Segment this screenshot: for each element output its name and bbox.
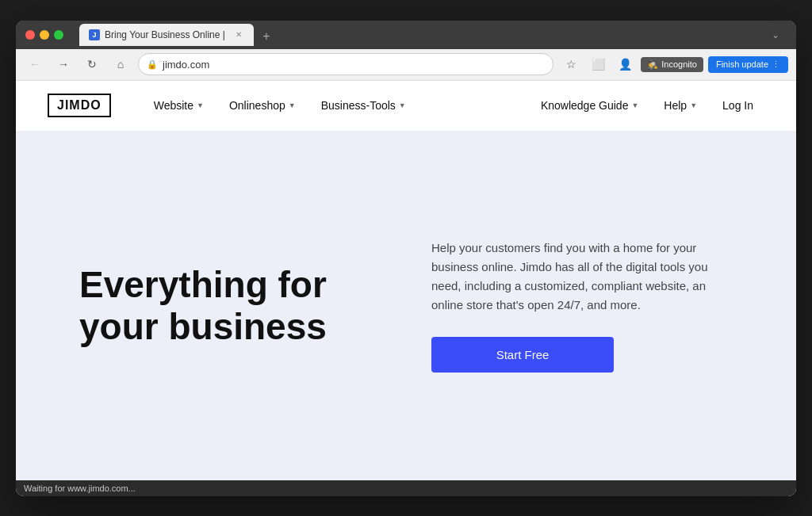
nav-onlineshop[interactable]: Onlineshop ▼ (218, 93, 307, 118)
browser-titlebar: J Bring Your Business Online | ✕ + ⌄ (16, 21, 796, 49)
active-tab[interactable]: J Bring Your Business Online | ✕ (79, 24, 254, 46)
tab-right-controls: ⌄ (764, 24, 787, 46)
minimize-traffic-light[interactable] (40, 30, 49, 40)
refresh-button[interactable]: ↻ (81, 53, 103, 75)
browser-chrome: J Bring Your Business Online | ✕ + ⌄ ← →… (16, 21, 796, 81)
tab-close-button[interactable]: ✕ (233, 29, 244, 40)
nav-links: Website ▼ Onlineshop ▼ Business-Tools ▼ (143, 93, 417, 118)
nav-help[interactable]: Help ▼ (653, 93, 708, 118)
incognito-badge: 🕵 Incognito (641, 57, 703, 72)
hero-title: Everything foryour business (79, 264, 396, 348)
traffic-lights (25, 30, 63, 40)
incognito-label: Incognito (661, 59, 697, 69)
nav-website-chevron: ▼ (197, 101, 204, 109)
lock-icon: 🔒 (147, 59, 158, 70)
url-text: jimdo.com (163, 59, 209, 71)
nav-help-chevron: ▼ (690, 101, 697, 109)
start-free-button[interactable]: Start Free (431, 337, 614, 373)
nav-onlineshop-chevron: ▼ (289, 101, 296, 109)
hero-section: Everything foryour business Help your cu… (16, 132, 796, 480)
home-button[interactable]: ⌂ (109, 53, 132, 75)
status-bar: Waiting for www.jimdo.com... (16, 480, 796, 496)
nav-onlineshop-label: Onlineshop (229, 99, 285, 112)
new-tab-button[interactable]: + (257, 27, 276, 46)
tab-bar: J Bring Your Business Online | ✕ + ⌄ (79, 24, 787, 46)
nav-business-tools-chevron: ▼ (399, 101, 406, 109)
close-traffic-light[interactable] (25, 30, 35, 40)
jimdo-navbar: JIMDO Website ▼ Onlineshop ▼ Business-To… (16, 81, 796, 132)
browser-window: J Bring Your Business Online | ✕ + ⌄ ← →… (16, 21, 796, 496)
nav-right: Knowledge Guide ▼ Help ▼ Log In (530, 93, 764, 118)
expand-button[interactable]: ⌄ (764, 24, 787, 46)
login-button[interactable]: Log In (711, 93, 764, 118)
maximize-traffic-light[interactable] (54, 30, 63, 40)
hero-left: Everything foryour business (79, 264, 431, 348)
tab-title: Bring Your Business Online | (105, 29, 225, 40)
nav-knowledge-guide-label: Knowledge Guide (541, 99, 629, 112)
status-text: Waiting for www.jimdo.com... (24, 484, 136, 493)
nav-website[interactable]: Website ▼ (143, 93, 215, 118)
website-content: JIMDO Website ▼ Onlineshop ▼ Business-To… (16, 81, 796, 480)
nav-website-label: Website (154, 99, 193, 112)
nav-business-tools-label: Business-Tools (321, 99, 396, 112)
hero-description: Help your customers find you with a home… (431, 239, 733, 315)
finish-update-label: Finish update (716, 59, 768, 69)
finish-update-button[interactable]: Finish update ⋮ (708, 56, 788, 73)
tab-favicon: J (89, 29, 100, 40)
jimdo-logo[interactable]: JIMDO (48, 94, 111, 117)
nav-knowledge-guide-chevron: ▼ (631, 101, 638, 109)
forward-button[interactable]: → (52, 53, 75, 75)
address-bar[interactable]: 🔒 jimdo.com (138, 53, 553, 75)
profile-button[interactable]: 👤 (614, 53, 636, 75)
back-button[interactable]: ← (24, 53, 46, 75)
incognito-icon: 🕵 (647, 59, 658, 70)
nav-business-tools[interactable]: Business-Tools ▼ (310, 93, 417, 118)
hero-right: Help your customers find you with a home… (431, 239, 733, 373)
tab-search-button[interactable]: ⬜ (587, 53, 609, 75)
nav-knowledge-guide[interactable]: Knowledge Guide ▼ (530, 93, 649, 118)
nav-help-label: Help (664, 99, 687, 112)
browser-toolbar: ← → ↻ ⌂ 🔒 jimdo.com ☆ ⬜ 👤 🕵 Incognito Fi… (16, 49, 796, 81)
finish-update-arrow: ⋮ (772, 59, 780, 70)
bookmark-button[interactable]: ☆ (560, 53, 582, 75)
toolbar-actions: ☆ ⬜ 👤 🕵 Incognito Finish update ⋮ (560, 53, 788, 75)
